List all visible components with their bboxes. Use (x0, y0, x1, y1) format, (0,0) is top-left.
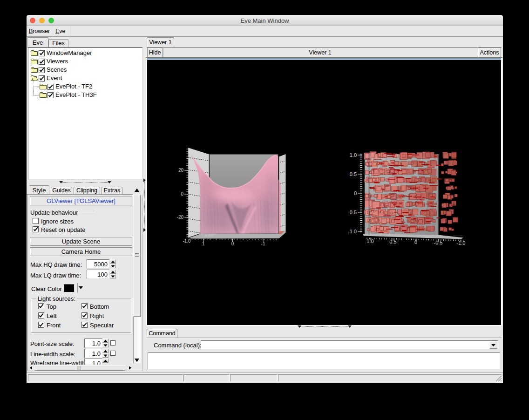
svg-text:1: 1 (202, 241, 205, 246)
svg-text:-1.0: -1.0 (348, 229, 357, 234)
svg-text:0: 0 (231, 241, 234, 246)
svg-text:0: 0 (181, 191, 183, 196)
svg-text:-1.0: -1.0 (457, 240, 466, 246)
svg-text:0: 0 (414, 239, 417, 245)
svg-text:-0.5: -0.5 (348, 210, 357, 215)
svg-text:-1.0: -1.0 (183, 238, 191, 244)
svg-text:,o.6·0: ,o.6·0 (204, 233, 214, 237)
svg-text:·······: ······· (451, 236, 457, 239)
svg-text:-0.5: -0.5 (434, 240, 443, 245)
svg-text:-20: -20 (177, 215, 184, 220)
svg-text:1.0: 1.0 (366, 238, 373, 244)
svg-text:0.5: 0.5 (350, 171, 357, 177)
svg-text:-1: -1 (261, 241, 265, 246)
svg-text:20: 20 (178, 168, 184, 173)
svg-text:0.5: 0.5 (389, 239, 396, 244)
svg-text:1.0: 1.0 (350, 152, 357, 158)
svg-text:0: 0 (354, 190, 357, 196)
